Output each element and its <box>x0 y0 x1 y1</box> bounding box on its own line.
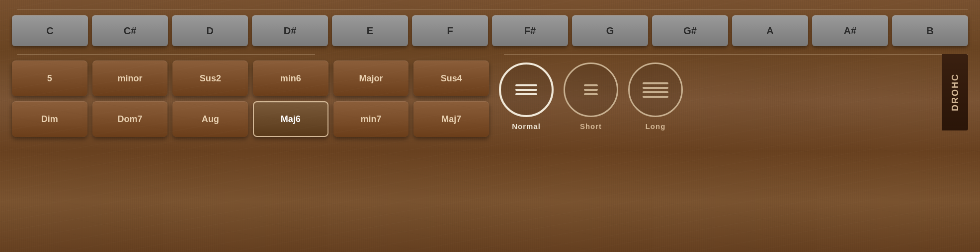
key-button-b[interactable]: B <box>892 15 968 46</box>
bottom-row: 5minorSus2min6MajorSus4DimDom7AugMaj6min… <box>12 54 968 137</box>
key-section: CC#DD#EFF#GG#AA#B <box>12 9 968 46</box>
key-button-c[interactable]: C <box>12 15 88 46</box>
right-panel: NormalShortLong CHORD <box>499 54 968 130</box>
strum-circle-long <box>628 63 683 117</box>
strum-line-long-2 <box>643 91 668 93</box>
strum-lines-short <box>584 84 598 95</box>
strumming-section: NormalShortLong <box>499 54 968 130</box>
strum-line-long-3 <box>643 96 668 98</box>
strum-line-long-1 <box>643 87 668 89</box>
key-button-e[interactable]: E <box>332 15 408 46</box>
key-button-asharp[interactable]: A# <box>812 15 888 46</box>
chord-button-sus2[interactable]: Sus2 <box>172 61 248 96</box>
chord-vertical-label: CHORD <box>942 54 968 130</box>
strum-line-normal-1 <box>515 89 537 91</box>
chord-button-sus4[interactable]: Sus4 <box>413 61 489 96</box>
chord-button-maj6[interactable]: Maj6 <box>253 101 328 137</box>
chord-grid: 5minorSus2min6MajorSus4DimDom7AugMaj6min… <box>12 61 489 137</box>
strum-line-short-2 <box>584 93 598 95</box>
strum-label-normal: Normal <box>512 122 541 130</box>
key-button-csharp[interactable]: C# <box>92 15 168 46</box>
main-container: CC#DD#EFF#GG#AA#B 5minorSus2min6MajorSus… <box>0 0 980 252</box>
strum-circle-normal <box>499 63 554 117</box>
key-button-d[interactable]: D <box>172 15 248 46</box>
strumming-options: NormalShortLong <box>499 61 968 130</box>
strum-option-short[interactable]: Short <box>564 63 618 130</box>
strum-option-long[interactable]: Long <box>628 63 683 130</box>
strum-circle-short <box>564 63 618 117</box>
chord-button-min6[interactable]: min6 <box>253 61 328 96</box>
strum-line-normal-0 <box>515 84 537 86</box>
strum-lines-long <box>643 82 668 98</box>
chord-vertical-text: CHORD <box>950 73 961 111</box>
key-button-a[interactable]: A <box>732 15 808 46</box>
strum-label-short: Short <box>580 122 602 130</box>
key-button-gsharp[interactable]: G# <box>652 15 728 46</box>
key-button-f[interactable]: F <box>412 15 488 46</box>
chord-button-dim[interactable]: Dim <box>12 101 87 137</box>
chord-button-aug[interactable]: Aug <box>172 101 248 137</box>
key-section-label <box>12 9 968 9</box>
strum-line-short-1 <box>584 89 598 91</box>
strum-lines-normal <box>515 84 537 95</box>
chord-button-major[interactable]: Major <box>333 61 409 96</box>
strum-line-long-0 <box>643 82 668 84</box>
strumming-section-label <box>499 54 968 55</box>
chord-section-label <box>12 54 489 55</box>
chord-button-maj7[interactable]: Maj7 <box>413 101 489 137</box>
chord-button-5[interactable]: 5 <box>12 61 87 96</box>
strum-label-long: Long <box>646 122 666 130</box>
chord-button-dom7[interactable]: Dom7 <box>92 101 168 137</box>
strum-option-normal[interactable]: Normal <box>499 63 554 130</box>
key-buttons: CC#DD#EFF#GG#AA#B <box>12 15 968 46</box>
chord-section: 5minorSus2min6MajorSus4DimDom7AugMaj6min… <box>12 54 489 137</box>
key-button-g[interactable]: G <box>572 15 648 46</box>
chord-button-minor[interactable]: minor <box>92 61 168 96</box>
strum-line-normal-2 <box>515 93 537 95</box>
chord-button-min7[interactable]: min7 <box>333 101 409 137</box>
key-button-dsharp[interactable]: D# <box>252 15 328 46</box>
key-button-fsharp[interactable]: F# <box>492 15 568 46</box>
strum-line-short-0 <box>584 84 598 86</box>
